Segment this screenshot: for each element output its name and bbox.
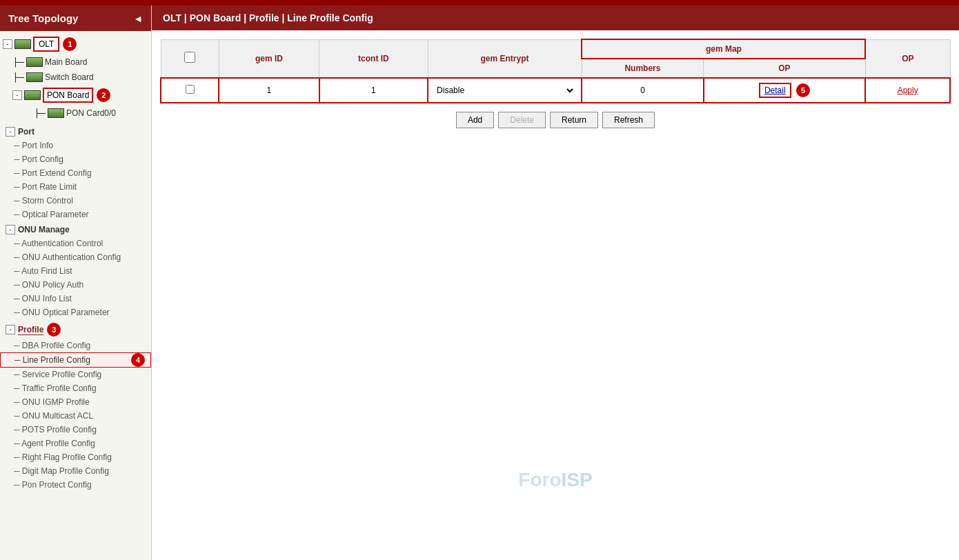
nav-auto-find-list[interactable]: ─ Auto Find List [0, 264, 151, 278]
port-section-header[interactable]: - Port [0, 125, 151, 139]
apply-link[interactable]: Apply [898, 86, 918, 95]
tree-pon-board[interactable]: - PON Board 2 [0, 85, 151, 106]
detail-anchor[interactable]: Detail [764, 86, 786, 95]
badge-5: 5 [796, 83, 810, 97]
olt-checkbox[interactable]: - [3, 39, 12, 49]
watermark: ForoISP [518, 469, 592, 491]
nav-pon-protect[interactable]: ─ Pon Protect Config [0, 478, 151, 492]
tree-main-board[interactable]: ├─ Main Board [0, 54, 151, 70]
profile-label: Profile [18, 325, 43, 335]
detail-link[interactable]: Detail [759, 83, 791, 98]
profile-section-header[interactable]: - Profile 3 [0, 321, 151, 339]
nav-port-config[interactable]: ─ Port Config [0, 152, 151, 166]
nav-onu-policy-auth[interactable]: ─ ONU Policy Auth [0, 278, 151, 292]
row-apply-cell[interactable]: Apply [865, 78, 950, 103]
col-gem-id: gem ID [219, 39, 319, 78]
pon-card-icon [48, 108, 64, 118]
table-row: 1 1 Disable Enable 0 Detail [161, 78, 950, 103]
nav-menu: - Port ─ Port Info ─ Port Config ─ Port … [0, 121, 151, 496]
col-checkbox [161, 39, 219, 78]
col-gem-map-numbers: Numbers [582, 59, 703, 78]
nav-port-extend-config[interactable]: ─ Port Extend Config [0, 166, 151, 180]
nav-storm-control[interactable]: ─ Storm Control [0, 194, 151, 208]
nav-line-profile[interactable]: ─ Line Profile Config 4 [0, 352, 151, 368]
top-bar [0, 0, 959, 6]
nav-pots-profile[interactable]: ─ POTS Profile Config [0, 423, 151, 437]
nav-auth-control[interactable]: ─ Authentication Control [0, 237, 151, 250]
nav-multicast-acl[interactable]: ─ ONU Multicast ACL [0, 409, 151, 423]
profile-checkbox[interactable]: - [6, 325, 15, 334]
add-button[interactable]: Add [456, 112, 494, 128]
col-gem-map-op: OP [704, 59, 866, 78]
data-table: gem ID tcont ID gem Entrypt gem Map OP N… [160, 39, 951, 103]
row-detail-cell[interactable]: Detail 5 [704, 78, 866, 103]
nav-dba-profile[interactable]: ─ DBA Profile Config [0, 339, 151, 352]
onu-label: ONU Manage [18, 225, 70, 234]
nav-right-flag[interactable]: ─ Right Flag Profile Config [0, 450, 151, 464]
gem-entrypt-select[interactable]: Disable Enable [434, 85, 575, 96]
row-checkbox[interactable] [186, 85, 195, 94]
switch-board-icon [26, 72, 43, 82]
breadcrumb: OLT | PON Board | Profile | Line Profile… [152, 6, 959, 30]
pon-board-checkbox[interactable]: - [12, 90, 22, 100]
nav-port-info[interactable]: ─ Port Info [0, 139, 151, 152]
delete-button[interactable]: Delete [498, 112, 546, 128]
row-gem-id: 1 [219, 78, 319, 103]
nav-traffic-profile[interactable]: ─ Traffic Profile Config [0, 381, 151, 395]
nav-digit-map[interactable]: ─ Digit Map Profile Config [0, 464, 151, 478]
sidebar-collapse-icon[interactable]: ◄ [133, 13, 143, 24]
breadcrumb-text: OLT | PON Board | Profile | Line Profile… [163, 12, 373, 23]
pon-board-icon [24, 90, 41, 100]
row-gem-map-numbers: 0 [582, 78, 703, 103]
row-checkbox-cell[interactable] [161, 78, 219, 103]
badge-4: 4 [131, 353, 145, 367]
nav-port-rate-limit[interactable]: ─ Port Rate Limit [0, 180, 151, 194]
col-op: OP [865, 39, 950, 78]
nav-optical-parameter[interactable]: ─ Optical Parameter [0, 208, 151, 221]
olt-icon [14, 39, 31, 49]
tree-switch-board[interactable]: ├─ Switch Board [0, 70, 151, 85]
nav-section-profile: - Profile 3 ─ DBA Profile Config ─ Line … [0, 321, 151, 492]
nav-agent-profile[interactable]: ─ Agent Profile Config [0, 437, 151, 450]
content-area: gem ID tcont ID gem Entrypt gem Map OP N… [152, 30, 959, 560]
nav-onu-optical-parameter[interactable]: ─ ONU Optical Parameter [0, 306, 151, 319]
onu-section-header[interactable]: - ONU Manage [0, 223, 151, 237]
pon-card-label[interactable]: PON Card0/0 [66, 108, 116, 118]
nav-onu-igmp[interactable]: ─ ONU IGMP Profile [0, 395, 151, 409]
sidebar: Tree Topology ◄ - OLT 1 ├─ Main Board [0, 6, 152, 560]
main-board-icon [26, 57, 43, 67]
nav-onu-auth-config[interactable]: ─ ONU Authentication Config [0, 250, 151, 264]
badge-2: 2 [97, 88, 110, 102]
badge-3: 3 [47, 323, 61, 337]
row-gem-entrypt[interactable]: Disable Enable [428, 78, 582, 103]
sidebar-content: - OLT 1 ├─ Main Board ├─ Swit [0, 31, 151, 560]
nav-service-profile[interactable]: ─ Service Profile Config [0, 368, 151, 381]
row-tcont-id: 1 [319, 78, 428, 103]
nav-section-onu: - ONU Manage ─ Authentication Control ─ … [0, 223, 151, 319]
button-row: Add Delete Return Refresh [160, 112, 951, 128]
port-label: Port [18, 127, 34, 137]
nav-section-port: - Port ─ Port Info ─ Port Config ─ Port … [0, 125, 151, 221]
main-board-label[interactable]: Main Board [45, 57, 87, 67]
badge-1: 1 [63, 37, 77, 51]
pon-board-label[interactable]: PON Board [43, 88, 93, 103]
return-button[interactable]: Return [550, 112, 598, 128]
refresh-button[interactable]: Refresh [602, 112, 655, 128]
onu-checkbox[interactable]: - [6, 225, 15, 234]
tree-olt[interactable]: - OLT 1 [0, 34, 151, 54]
olt-label[interactable]: OLT [33, 37, 59, 52]
col-tcont-id: tcont ID [319, 39, 428, 78]
tree-pon-card[interactable]: - ├─ PON Card0/0 [0, 106, 151, 121]
switch-board-label[interactable]: Switch Board [45, 72, 94, 82]
col-gem-entrypt: gem Entrypt [428, 39, 582, 78]
sidebar-title: Tree Topology [8, 12, 78, 24]
nav-onu-info-list[interactable]: ─ ONU Info List [0, 292, 151, 306]
col-gem-map: gem Map [582, 39, 865, 59]
port-checkbox[interactable]: - [6, 127, 15, 137]
main-content: OLT | PON Board | Profile | Line Profile… [152, 6, 959, 560]
sidebar-header: Tree Topology ◄ [0, 6, 151, 31]
select-all-checkbox[interactable] [184, 52, 195, 63]
